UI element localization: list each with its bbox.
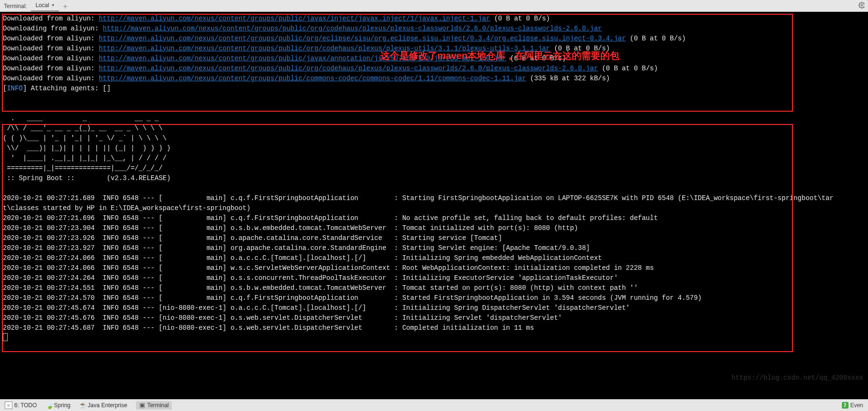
terminal-tab-row: Terminal: Local ▾ + [0,0,868,12]
terminal-output[interactable]: Downloaded from aliyun: http://maven.ali… [0,12,868,399]
terminal-cursor-line [3,333,865,344]
terminal-line: Downloaded from aliyun: http://maven.ali… [3,14,865,24]
log-line: 2020-10-21 00:27:24.264 INFO 6548 --- [ … [3,273,865,283]
chevron-down-icon: ▾ [52,0,54,10]
log-line: 2020-10-21 00:27:24.066 INFO 6548 --- [ … [3,263,865,273]
terminal-panel-label: Terminal: [0,1,31,11]
cursor [3,333,8,341]
log-line: 2020-10-21 00:27:45.674 INFO 6548 --- [n… [3,303,865,313]
todo-icon: ≡ [5,401,12,409]
event-log-icon: 7 [842,402,849,409]
download-link[interactable]: http://maven.aliyun.com/nexus/content/gr… [99,65,598,72]
terminal-line: Downloaded from aliyun: http://maven.ali… [3,64,865,74]
log-line: 2020-10-21 00:27:24.066 INFO 6548 --- [ … [3,253,865,263]
log-line: 2020-10-21 00:27:23.926 INFO 6548 --- [ … [3,233,865,243]
svg-point-0 [861,4,863,6]
ide-window: Terminal: Local ▾ + Downloaded from aliy… [0,0,868,411]
watermark: https://blog.csdn.net/qq_4200xxxx [732,373,863,383]
tool-java-ee-label: Java Enterprise [87,402,127,409]
java-icon: ☕ [79,402,86,409]
terminal-blank [3,94,865,104]
terminal-line: Downloaded from aliyun: http://maven.ali… [3,54,865,64]
download-link[interactable]: http://maven.aliyun.com/nexus/content/gr… [103,25,602,32]
tool-todo-label: 6: TODO [14,402,37,409]
terminal-tab-local-label: Local [36,0,49,10]
log-line: 2020-10-21 00:27:23.927 INFO 6548 --- [ … [3,243,865,253]
banner-line: =========|_|==============|___/=/_/_/_/ [3,163,865,173]
banner-line: . ____ _ __ _ _ [3,114,865,124]
bottom-toolbar: ≡ 6: TODO 🍃 Spring ☕ Java Enterprise ▣ T… [0,399,868,411]
log-line: 2020-10-21 00:27:45.676 INFO 6548 --- [n… [3,313,865,323]
tool-todo[interactable]: ≡ 6: TODO [5,401,37,409]
download-link[interactable]: http://maven.aliyun.com/nexus/content/gr… [99,55,506,62]
download-link[interactable]: http://maven.aliyun.com/nexus/content/gr… [99,75,526,82]
gear-icon[interactable] [858,2,865,10]
tool-spring-label: Spring [54,402,71,409]
terminal-line: [INFO] Attaching agents: [] [3,84,865,94]
download-link[interactable]: http://maven.aliyun.com/nexus/content/gr… [99,15,490,22]
terminal-icon: ▣ [139,402,145,409]
log-line: 2020-10-21 00:27:45.687 INFO 6548 --- [n… [3,323,865,333]
log-line: 2020-10-21 00:27:23.904 INFO 6548 --- [ … [3,223,865,233]
log-line: t\classes started by HP in E:\IDEA_works… [3,203,865,213]
banner-line: ( ( )\___ | '_ | '_| | '_ \/ _` | \ \ \ … [3,134,865,143]
terminal-line: Downloaded from aliyun: http://maven.ali… [3,44,865,54]
terminal-line: Downloaded from aliyun: http://maven.ali… [3,74,865,84]
banner-line [3,183,865,193]
download-link[interactable]: http://maven.aliyun.com/nexus/content/gr… [99,45,550,52]
add-terminal-button[interactable]: + [59,2,71,11]
tool-spring[interactable]: 🍃 Spring [46,402,71,409]
tool-java-ee[interactable]: ☕ Java Enterprise [79,402,127,409]
event-log-label: Even [850,402,863,409]
log-line: 2020-10-21 00:27:21.689 INFO 6548 --- [ … [3,193,865,203]
log-line: 2020-10-21 00:27:24.551 INFO 6548 --- [ … [3,283,865,293]
log-line: 2020-10-21 00:27:24.570 INFO 6548 --- [ … [3,293,865,303]
download-link[interactable]: http://maven.aliyun.com/nexus/content/gr… [99,35,626,42]
banner-line: /\\ / ___'_ __ _ _(_)_ __ __ _ \ \ \ \ [3,124,865,134]
banner-line: ' |____| .__|_| |_|_| |_\__, | / / / / [3,153,865,163]
terminal-line: Downloaded from aliyun: http://maven.ali… [3,34,865,44]
log-line: 2020-10-21 00:27:21.696 INFO 6548 --- [ … [3,213,865,223]
tool-terminal-label: Terminal [147,402,169,409]
banner-line: :: Spring Boot :: (v2.3.4.RELEASE) [3,173,865,183]
tool-terminal[interactable]: ▣ Terminal [136,401,172,410]
event-log-button[interactable]: 7 Even [842,402,863,409]
terminal-line: Downloading from aliyun: http://maven.al… [3,24,865,34]
terminal-tab-local[interactable]: Local ▾ [31,0,59,11]
banner-line: \\/ ___)| |_)| | | | | || (_| | ) ) ) ) [3,143,865,153]
spring-icon: 🍃 [46,402,52,409]
